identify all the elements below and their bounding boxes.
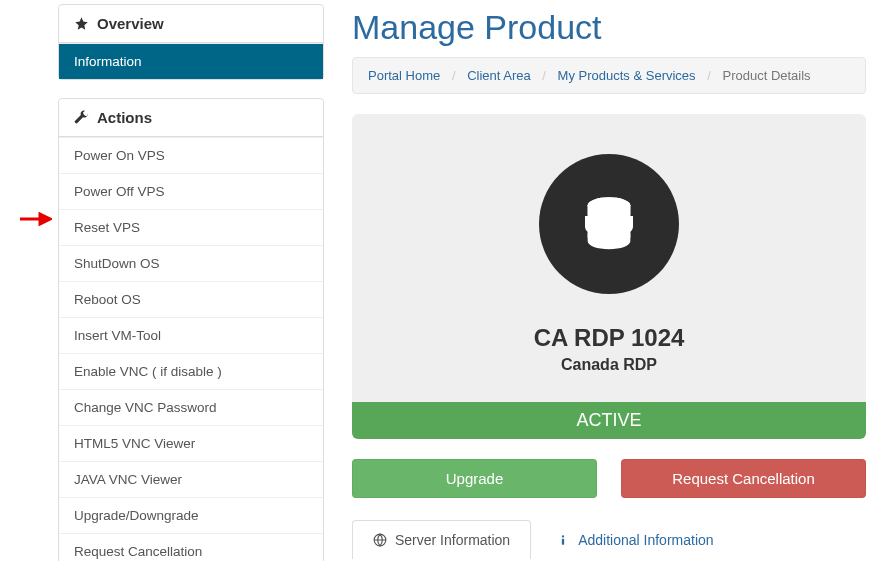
breadcrumb-sep: / <box>444 68 464 83</box>
sidebar-item-reset-vps[interactable]: Reset VPS <box>59 209 323 245</box>
page-title: Manage Product <box>352 8 866 47</box>
svg-point-3 <box>562 535 564 537</box>
tab-server-information[interactable]: Server Information <box>352 520 531 559</box>
sidebar-item-information[interactable]: Information <box>59 43 323 79</box>
product-group: Canada RDP <box>372 356 846 374</box>
breadcrumb-current: Product Details <box>722 68 810 83</box>
wrench-icon <box>74 110 89 125</box>
sidebar-item-enable-vnc[interactable]: Enable VNC ( if disable ) <box>59 353 323 389</box>
svg-rect-4 <box>562 539 564 545</box>
svg-point-1 <box>588 197 631 213</box>
breadcrumb-link-my-products[interactable]: My Products & Services <box>558 68 696 83</box>
pointer-arrow <box>20 212 52 226</box>
upgrade-button[interactable]: Upgrade <box>352 459 597 498</box>
product-body: CA RDP 1024 Canada RDP <box>352 114 866 402</box>
overview-title: Overview <box>97 15 164 32</box>
overview-heading: Overview <box>59 5 323 43</box>
breadcrumb-sep: / <box>699 68 719 83</box>
sidebar-item-power-off-vps[interactable]: Power Off VPS <box>59 173 323 209</box>
product-name: CA RDP 1024 <box>372 324 846 352</box>
button-row: Upgrade Request Cancellation <box>352 459 866 498</box>
sidebar-item-insert-vm-tool[interactable]: Insert VM-Tool <box>59 317 323 353</box>
tab-label: Server Information <box>395 532 510 548</box>
sidebar: Overview Information Actions Power On VP… <box>58 4 324 561</box>
sidebar-item-html5-vnc-viewer[interactable]: HTML5 VNC Viewer <box>59 425 323 461</box>
actions-panel: Actions Power On VPS Power Off VPS Reset… <box>58 98 324 561</box>
sidebar-item-reboot-os[interactable]: Reboot OS <box>59 281 323 317</box>
tabs: Server Information Additional Informatio… <box>352 520 866 559</box>
sidebar-item-upgrade-downgrade[interactable]: Upgrade/Downgrade <box>59 497 323 533</box>
main-content: Manage Product Portal Home / Client Area… <box>352 4 866 559</box>
sidebar-item-power-on-vps[interactable]: Power On VPS <box>59 137 323 173</box>
overview-panel: Overview Information <box>58 4 324 80</box>
sidebar-item-java-vnc-viewer[interactable]: JAVA VNC Viewer <box>59 461 323 497</box>
status-badge: ACTIVE <box>352 402 866 439</box>
actions-title: Actions <box>97 109 152 126</box>
request-cancellation-button[interactable]: Request Cancellation <box>621 459 866 498</box>
info-icon <box>556 533 570 547</box>
actions-heading: Actions <box>59 99 323 137</box>
breadcrumb-sep: / <box>534 68 554 83</box>
database-icon <box>539 154 679 294</box>
product-card: CA RDP 1024 Canada RDP ACTIVE <box>352 114 866 439</box>
breadcrumb-link-portal-home[interactable]: Portal Home <box>368 68 440 83</box>
sidebar-item-shutdown-os[interactable]: ShutDown OS <box>59 245 323 281</box>
tab-additional-information[interactable]: Additional Information <box>535 520 734 559</box>
globe-icon <box>373 533 387 547</box>
breadcrumb-link-client-area[interactable]: Client Area <box>467 68 531 83</box>
sidebar-item-change-vnc-password[interactable]: Change VNC Password <box>59 389 323 425</box>
tab-label: Additional Information <box>578 532 713 548</box>
star-icon <box>74 16 89 31</box>
breadcrumb: Portal Home / Client Area / My Products … <box>352 57 866 94</box>
sidebar-item-request-cancellation[interactable]: Request Cancellation <box>59 533 323 561</box>
